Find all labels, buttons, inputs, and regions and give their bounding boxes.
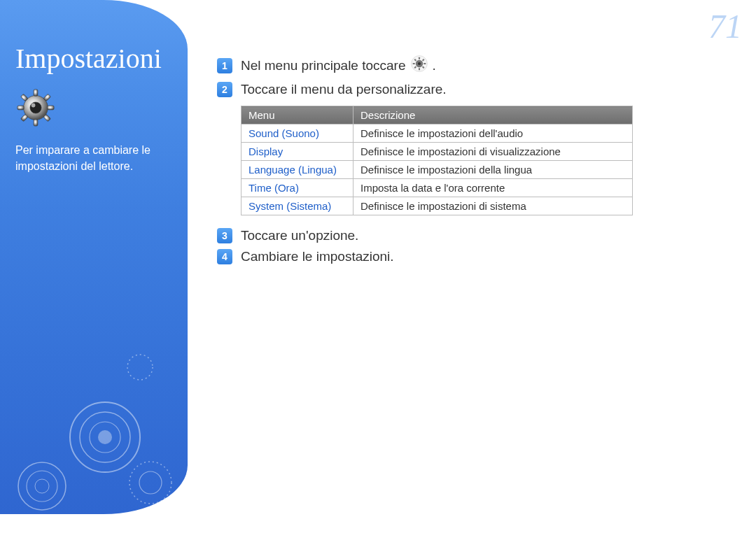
content-area: 1 Nel menu principale toccare xyxy=(217,55,721,270)
svg-point-19 xyxy=(130,462,172,504)
sidebar: Impostazioni xyxy=(0,0,188,514)
page-title: Impostazioni xyxy=(0,0,188,75)
svg-rect-2 xyxy=(34,120,38,126)
menu-cell: Display xyxy=(241,143,354,161)
decorative-circles xyxy=(0,332,188,514)
svg-point-13 xyxy=(80,412,130,462)
table-row: System (Sistema) Definisce le impostazio… xyxy=(241,197,633,215)
menu-cell: Language (Lingua) xyxy=(241,161,354,179)
step-text-after: . xyxy=(433,58,436,73)
svg-point-31 xyxy=(417,62,420,65)
step-text: Toccare un'opzione. xyxy=(241,228,358,243)
page-number: 71 xyxy=(708,7,742,45)
step-3: 3 Toccare un'opzione. xyxy=(217,228,721,243)
step-2: 2 Toccare il menu da personalizzare. xyxy=(217,82,721,97)
menu-cell: Time (Ora) xyxy=(241,179,354,197)
svg-point-9 xyxy=(30,102,41,113)
step-text: Toccare il menu da personalizzare. xyxy=(241,82,447,97)
svg-rect-3 xyxy=(18,106,24,110)
table-header-menu: Menu xyxy=(241,106,354,125)
svg-point-16 xyxy=(18,462,66,510)
settings-gear-icon xyxy=(410,55,428,76)
svg-rect-23 xyxy=(418,57,419,59)
sidebar-description: Per imparare a cambiare le impostazioni … xyxy=(0,128,188,174)
step-number-badge: 2 xyxy=(217,82,232,97)
svg-point-15 xyxy=(98,430,112,444)
svg-rect-24 xyxy=(418,68,419,70)
settings-gear-icon xyxy=(15,87,188,128)
svg-rect-25 xyxy=(412,63,414,64)
table-row: Display Definisce le impostazioni di vis… xyxy=(241,143,633,161)
svg-point-10 xyxy=(31,104,36,108)
table-header-desc: Descrizione xyxy=(354,106,633,125)
settings-menu-table: Menu Descrizione Sound (Suono) Definisce… xyxy=(241,106,633,215)
svg-rect-26 xyxy=(424,63,426,64)
desc-cell: Imposta la data e l'ora corrente xyxy=(354,179,633,197)
svg-point-17 xyxy=(27,471,57,502)
step-1: 1 Nel menu principale toccare xyxy=(217,55,721,76)
step-text: Cambiare le impostazioni. xyxy=(241,249,394,264)
svg-point-12 xyxy=(70,402,140,472)
step-number-badge: 1 xyxy=(217,58,232,73)
table-row: Time (Ora) Imposta la data e l'ora corre… xyxy=(241,179,633,197)
menu-cell: Sound (Suono) xyxy=(241,125,354,143)
desc-cell: Definisce le impostazioni di sistema xyxy=(354,197,633,215)
step-number-badge: 4 xyxy=(217,249,232,264)
svg-point-20 xyxy=(139,471,162,494)
svg-point-18 xyxy=(35,479,49,493)
svg-point-11 xyxy=(127,355,153,380)
table-row: Language (Lingua) Definisce le impostazi… xyxy=(241,161,633,179)
step-number-badge: 3 xyxy=(217,228,232,243)
step-4: 4 Cambiare le impostazioni. xyxy=(217,249,721,264)
step-text: Nel menu principale toccare xyxy=(241,58,406,73)
desc-cell: Definisce le impostazioni della lingua xyxy=(354,161,633,179)
desc-cell: Definisce le impostazioni di visualizzaz… xyxy=(354,143,633,161)
menu-cell: System (Sistema) xyxy=(241,197,354,215)
svg-rect-1 xyxy=(34,90,38,96)
svg-point-14 xyxy=(90,422,120,453)
svg-rect-4 xyxy=(48,106,54,110)
desc-cell: Definisce le impostazioni dell'audio xyxy=(354,125,633,143)
table-row: Sound (Suono) Definisce le impostazioni … xyxy=(241,125,633,143)
